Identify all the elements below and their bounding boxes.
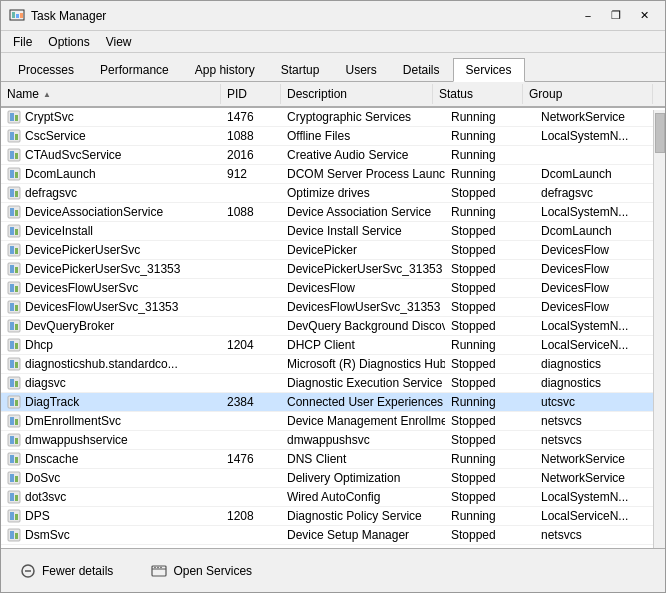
cell-status: Stopped bbox=[445, 374, 535, 392]
cell-description: DevicesFlow bbox=[281, 279, 445, 297]
cell-pid bbox=[221, 374, 281, 392]
tab-details[interactable]: Details bbox=[390, 58, 453, 82]
cell-pid bbox=[221, 260, 281, 278]
cell-name: DevicePickerUserSvc bbox=[1, 241, 221, 259]
table-row[interactable]: Dnscache 1476 DNS Client Running Network… bbox=[1, 450, 665, 469]
restore-button[interactable]: ❐ bbox=[603, 6, 629, 26]
table-row[interactable]: Dhcp 1204 DHCP Client Running LocalServi… bbox=[1, 336, 665, 355]
service-icon bbox=[7, 224, 21, 238]
table-row[interactable]: CryptSvc 1476 Cryptographic Services Run… bbox=[1, 108, 665, 127]
cell-description: DevicePickerUserSvc_31353 bbox=[281, 260, 445, 278]
svg-rect-15 bbox=[15, 172, 18, 178]
menu-view[interactable]: View bbox=[98, 33, 140, 51]
menu-options[interactable]: Options bbox=[40, 33, 97, 51]
cell-pid: 1088 bbox=[221, 127, 281, 145]
table-row[interactable]: DeviceAssociationService 1088 Device Ass… bbox=[1, 203, 665, 222]
minimize-button[interactable]: − bbox=[575, 6, 601, 26]
cell-group: netsvcs bbox=[535, 431, 665, 449]
fewer-details-button[interactable]: Fewer details bbox=[9, 558, 124, 584]
service-icon bbox=[7, 452, 21, 466]
table-row[interactable]: CscService 1088 Offline Files Running Lo… bbox=[1, 127, 665, 146]
table-row[interactable]: DevicePickerUserSvc DevicePicker Stopped… bbox=[1, 241, 665, 260]
table-row[interactable]: defragsvc Optimize drives Stopped defrag… bbox=[1, 184, 665, 203]
cell-pid bbox=[221, 355, 281, 373]
cell-name: DPS bbox=[1, 507, 221, 525]
table-row[interactable]: DevicesFlowUserSvc DevicesFlow Stopped D… bbox=[1, 279, 665, 298]
svg-rect-42 bbox=[15, 343, 18, 349]
col-name[interactable]: Name ▲ bbox=[1, 84, 221, 104]
cell-status: Running bbox=[445, 507, 535, 525]
table-row[interactable]: DeviceInstall Device Install Service Sto… bbox=[1, 222, 665, 241]
service-icon bbox=[7, 433, 21, 447]
cell-pid: 1204 bbox=[221, 336, 281, 354]
table-row[interactable]: DoSvc Delivery Optimization Stopped Netw… bbox=[1, 469, 665, 488]
cell-status: Running bbox=[445, 336, 535, 354]
cell-name: DevicesFlowUserSvc_31353 bbox=[1, 298, 221, 316]
cell-pid: 1476 bbox=[221, 108, 281, 126]
svg-rect-50 bbox=[10, 398, 14, 406]
cell-description: Delivery Optimization bbox=[281, 469, 445, 487]
svg-rect-39 bbox=[15, 324, 18, 330]
cell-description: Wired AutoConfig bbox=[281, 488, 445, 506]
tab-app-history[interactable]: App history bbox=[182, 58, 268, 82]
cell-pid: 1476 bbox=[221, 450, 281, 468]
svg-rect-1 bbox=[12, 12, 15, 18]
cell-status: Running bbox=[445, 165, 535, 183]
tab-processes[interactable]: Processes bbox=[5, 58, 87, 82]
svg-point-77 bbox=[155, 566, 157, 568]
service-icon bbox=[7, 262, 21, 276]
service-icon bbox=[7, 281, 21, 295]
cell-pid bbox=[221, 412, 281, 430]
tab-performance[interactable]: Performance bbox=[87, 58, 182, 82]
svg-rect-66 bbox=[15, 495, 18, 501]
cell-name: DeviceAssociationService bbox=[1, 203, 221, 221]
service-icon bbox=[7, 167, 21, 181]
table-row[interactable]: DmEnrollmentSvc Device Management Enroll… bbox=[1, 412, 665, 431]
col-group[interactable]: Group bbox=[523, 84, 653, 104]
table-row[interactable]: diagnosticshub.standardco... Microsoft (… bbox=[1, 355, 665, 374]
col-description[interactable]: Description bbox=[281, 84, 433, 104]
scrollbar-track[interactable] bbox=[653, 110, 665, 548]
svg-rect-44 bbox=[10, 360, 14, 368]
open-services-button[interactable]: Open Services bbox=[140, 558, 263, 584]
svg-rect-12 bbox=[15, 153, 18, 159]
table-row[interactable]: dmwappushservice dmwappushsvc Stopped ne… bbox=[1, 431, 665, 450]
col-status[interactable]: Status bbox=[433, 84, 523, 104]
col-pid[interactable]: PID bbox=[221, 84, 281, 104]
tab-services[interactable]: Services bbox=[453, 58, 525, 82]
cell-name: DevicePickerUserSvc_31353 bbox=[1, 260, 221, 278]
service-icon bbox=[7, 490, 21, 504]
table-row[interactable]: DevicesFlowUserSvc_31353 DevicesFlowUser… bbox=[1, 298, 665, 317]
cell-description: Device Install Service bbox=[281, 222, 445, 240]
scrollbar-thumb[interactable] bbox=[655, 113, 665, 153]
svg-rect-69 bbox=[15, 514, 18, 520]
table-body[interactable]: CryptSvc 1476 Cryptographic Services Run… bbox=[1, 108, 665, 546]
cell-name: CTAudSvcService bbox=[1, 146, 221, 164]
cell-name: diagnosticshub.standardco... bbox=[1, 355, 221, 373]
tab-users[interactable]: Users bbox=[332, 58, 389, 82]
footer: Fewer details Open Services bbox=[1, 548, 665, 592]
menu-file[interactable]: File bbox=[5, 33, 40, 51]
cell-status: Running bbox=[445, 450, 535, 468]
close-button[interactable]: ✕ bbox=[631, 6, 657, 26]
table-row[interactable]: CTAudSvcService 2016 Creative Audio Serv… bbox=[1, 146, 665, 165]
table-row[interactable]: DcomLaunch 912 DCOM Server Process Launc… bbox=[1, 165, 665, 184]
cell-status: Stopped bbox=[445, 241, 535, 259]
tab-startup[interactable]: Startup bbox=[268, 58, 333, 82]
cell-pid bbox=[221, 184, 281, 202]
table-row[interactable]: DsmSvc Device Setup Manager Stopped nets… bbox=[1, 526, 665, 545]
table-row[interactable]: diagsvc Diagnostic Execution Service Sto… bbox=[1, 374, 665, 393]
table-row[interactable]: dot3svc Wired AutoConfig Stopped LocalSy… bbox=[1, 488, 665, 507]
cell-name: DoSvc bbox=[1, 469, 221, 487]
table-row[interactable]: DPS 1208 Diagnostic Policy Service Runni… bbox=[1, 507, 665, 526]
svg-rect-27 bbox=[15, 248, 18, 254]
cell-description: dmwappushsvc bbox=[281, 431, 445, 449]
svg-rect-47 bbox=[10, 379, 14, 387]
table-row[interactable]: DevQueryBroker DevQuery Background Disco… bbox=[1, 317, 665, 336]
cell-group: DevicesFlow bbox=[535, 241, 665, 259]
table-row[interactable]: DiagTrack 2384 Connected User Experience… bbox=[1, 393, 665, 412]
svg-rect-30 bbox=[15, 267, 18, 273]
table-row[interactable]: DevicePickerUserSvc_31353 DevicePickerUs… bbox=[1, 260, 665, 279]
svg-rect-23 bbox=[10, 227, 14, 235]
cell-status: Stopped bbox=[445, 279, 535, 297]
